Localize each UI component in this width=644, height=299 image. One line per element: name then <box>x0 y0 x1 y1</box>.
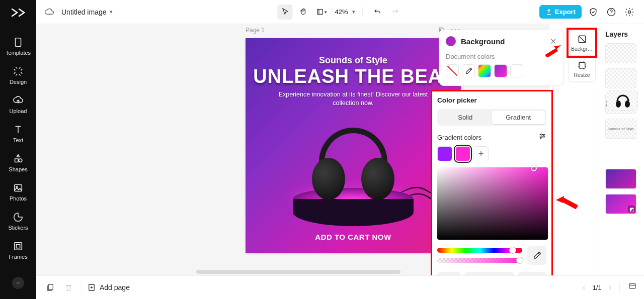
resize-tool[interactable]: Resize <box>569 55 595 81</box>
artboard-tool[interactable]: ▾ <box>313 5 329 20</box>
swatch-rainbow[interactable] <box>478 64 491 77</box>
color-picker-panel: Color picker Solid Gradient Gradient col… <box>431 90 553 292</box>
svg-rect-5 <box>317 10 323 15</box>
top-center-tools: ▾ 42% ▾ <box>277 5 403 20</box>
annotation-arrow-1 <box>545 45 561 57</box>
layer-thumb-5[interactable] <box>607 90 638 111</box>
rail-upload[interactable]: Upload <box>0 90 36 120</box>
svg-point-10 <box>541 134 542 135</box>
project-title[interactable]: Untitled image <box>61 8 107 16</box>
separator <box>82 282 82 293</box>
color-mode-tabs: Solid Gradient <box>437 109 546 126</box>
zoom-dropdown-icon[interactable]: ▾ <box>352 9 355 15</box>
swatch-white[interactable] <box>510 64 523 77</box>
shield-icon[interactable] <box>587 6 600 19</box>
layer-thumb-6[interactable] <box>605 169 636 189</box>
page-next[interactable]: › <box>609 283 611 292</box>
alpha-knob[interactable] <box>516 257 523 264</box>
hand-tool[interactable] <box>295 5 310 20</box>
delete-page-button[interactable] <box>61 280 75 294</box>
design-artboard[interactable]: Sounds of Style UNLEASH THE BEAT Experie… <box>246 38 461 253</box>
saturation-box[interactable] <box>437 167 548 240</box>
settings-icon[interactable] <box>623 6 636 19</box>
svg-rect-0 <box>16 38 21 47</box>
cloud-sync-icon[interactable] <box>44 7 54 17</box>
gradient-stop-2[interactable] <box>455 146 470 161</box>
hue-slider[interactable] <box>437 248 522 253</box>
present-button[interactable] <box>628 282 637 293</box>
svg-point-20 <box>625 101 630 108</box>
rail-templates[interactable]: Templates <box>0 32 36 61</box>
rail-frames[interactable]: Frames <box>0 236 36 265</box>
swatch-none[interactable] <box>446 64 459 77</box>
layer-bg-indicator-icon: ◩ <box>628 206 635 213</box>
gradient-stop-1[interactable] <box>437 146 452 161</box>
svg-rect-16 <box>545 48 558 57</box>
svg-rect-18 <box>561 197 578 209</box>
add-page-button[interactable]: Add page <box>87 283 130 292</box>
page-indicator: 1/1 <box>591 284 604 291</box>
undo-button[interactable] <box>370 5 385 20</box>
layer-thumb-2[interactable] <box>605 68 636 88</box>
swatch-gradient[interactable] <box>494 64 507 77</box>
svg-rect-14 <box>579 62 585 68</box>
select-tool[interactable] <box>277 5 292 20</box>
export-button[interactable]: Export <box>539 5 582 19</box>
gradient-settings-icon[interactable] <box>538 132 546 142</box>
saturation-cursor[interactable] <box>531 165 537 171</box>
annotation-arrow-2 <box>556 196 579 213</box>
redo-button[interactable] <box>388 5 403 20</box>
rail-stickers[interactable]: Stickers <box>0 207 36 236</box>
page-label: Page 1 <box>246 27 265 34</box>
rail-text[interactable]: Text <box>0 120 36 149</box>
eyedropper-button[interactable] <box>527 246 546 265</box>
art-subtitle: Sounds of Style <box>319 55 387 66</box>
layer-thumb-4[interactable]: Sounds of Style <box>605 119 636 139</box>
layer-thumb-7[interactable]: ◩ <box>605 194 636 214</box>
bottom-bar: Add page ‹ 1/1 › <box>36 275 644 299</box>
gradient-stop-add[interactable]: + <box>473 146 489 161</box>
help-icon[interactable] <box>605 6 618 19</box>
gradient-stops: + <box>437 146 546 161</box>
top-right: Export <box>539 5 636 19</box>
left-rail: Templates Design Upload Text Shapes Phot… <box>0 0 36 299</box>
rail-more[interactable] <box>12 277 24 289</box>
swatch-eyedropper[interactable] <box>462 64 475 77</box>
background-panel-close[interactable]: ✕ <box>550 37 556 46</box>
background-color-preview <box>446 36 456 46</box>
zoom-level[interactable]: 42% <box>332 8 349 16</box>
pages-button[interactable] <box>43 280 57 294</box>
svg-rect-21 <box>48 284 53 290</box>
page-prev[interactable]: ‹ <box>583 283 585 292</box>
separator <box>362 7 363 17</box>
art-body: Experience innovation at its finest! Dis… <box>273 90 434 108</box>
color-picker-title: Color picker <box>437 96 546 104</box>
app-logo <box>10 7 26 18</box>
alpha-slider[interactable] <box>437 258 522 263</box>
tab-gradient[interactable]: Gradient <box>492 111 545 124</box>
art-cta: ADD TO CART NOW <box>315 233 391 241</box>
svg-point-12 <box>540 137 541 139</box>
svg-rect-3 <box>15 243 22 250</box>
background-panel-title: Background <box>461 37 545 46</box>
layers-title: Layers <box>605 30 639 38</box>
art-headline: UNLEASH THE BEAT <box>253 66 453 87</box>
svg-point-7 <box>628 11 631 13</box>
background-panel: Background ✕ Document colors <box>439 30 564 86</box>
horizontal-scrollbar[interactable] <box>196 270 400 274</box>
svg-marker-15 <box>554 45 561 49</box>
headphones-graphic <box>312 125 394 200</box>
layer-thumb-1[interactable] <box>605 43 636 63</box>
tab-solid[interactable]: Solid <box>439 111 492 124</box>
svg-point-19 <box>616 101 621 108</box>
hue-knob[interactable] <box>509 247 516 254</box>
rail-photos[interactable]: Photos <box>0 178 36 207</box>
svg-rect-23 <box>629 284 635 288</box>
top-bar: Untitled image ▾ ▾ 42% ▾ Export <box>36 0 644 24</box>
separator <box>619 282 620 293</box>
rail-design[interactable]: Design <box>0 61 36 90</box>
title-dropdown-icon[interactable]: ▾ <box>110 9 113 15</box>
layers-panel: Layers UNLEASH THE BEAT Sounds of Style … <box>600 24 644 299</box>
svg-point-11 <box>543 136 544 137</box>
svg-rect-4 <box>16 244 20 248</box>
